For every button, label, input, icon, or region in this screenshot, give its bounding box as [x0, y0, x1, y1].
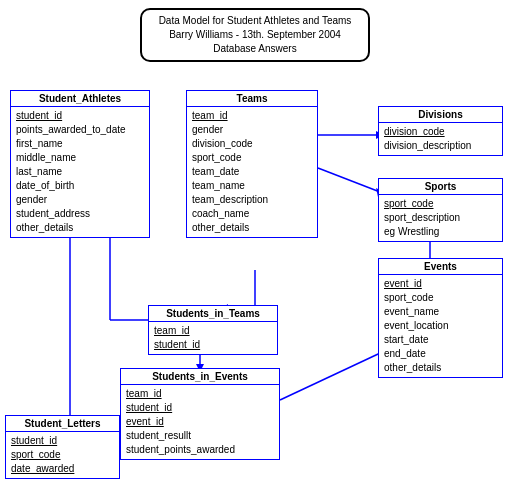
entity-students-in-events: Students_in_Events team_id student_id ev…: [120, 368, 280, 460]
field-e-start-date: start_date: [384, 333, 497, 347]
field-e-end-date: end_date: [384, 347, 497, 361]
entity-sports-body: sport_code sport_description eg Wrestlin…: [379, 195, 502, 241]
field-sit-student-id: student_id: [154, 338, 272, 352]
title-box: Data Model for Student Athletes and Team…: [140, 8, 370, 62]
diagram-container: Data Model for Student Athletes and Team…: [0, 0, 514, 503]
field-e-event-loc: event_location: [384, 319, 497, 333]
entity-events-body: event_id sport_code event_name event_loc…: [379, 275, 502, 377]
field-t-team-name: team_name: [192, 179, 312, 193]
field-t-coach: coach_name: [192, 207, 312, 221]
entity-sit-body: team_id student_id: [149, 322, 277, 354]
field-sa-address: student_address: [16, 207, 144, 221]
entity-events-header: Events: [379, 259, 502, 275]
field-sp-eg: eg Wrestling: [384, 225, 497, 239]
field-t-other: other_details: [192, 221, 312, 235]
field-e-event-id: event_id: [384, 277, 497, 291]
field-sie-team-id: team_id: [126, 387, 274, 401]
field-t-team-desc: team_description: [192, 193, 312, 207]
entity-sie-header: Students_in_Events: [121, 369, 279, 385]
field-sie-points: student_points_awarded: [126, 443, 274, 457]
field-sa-other: other_details: [16, 221, 144, 235]
entity-teams-header: Teams: [187, 91, 317, 107]
field-sa-gender: gender: [16, 193, 144, 207]
field-sie-event-id: event_id: [126, 415, 274, 429]
field-sa-dob: date_of_birth: [16, 179, 144, 193]
field-d-division-desc: division_description: [384, 139, 497, 153]
field-t-sport-code: sport_code: [192, 151, 312, 165]
entity-student-athletes-header: Student_Athletes: [11, 91, 149, 107]
field-sp-sport-desc: sport_description: [384, 211, 497, 225]
entity-sit-header: Students_in_Teams: [149, 306, 277, 322]
field-t-team-date: team_date: [192, 165, 312, 179]
entity-sports: Sports sport_code sport_description eg W…: [378, 178, 503, 242]
field-t-gender: gender: [192, 123, 312, 137]
field-sit-team-id: team_id: [154, 324, 272, 338]
field-sp-sport-code: sport_code: [384, 197, 497, 211]
entity-teams-body: team_id gender division_code sport_code …: [187, 107, 317, 237]
field-e-other: other_details: [384, 361, 497, 375]
field-d-division-code: division_code: [384, 125, 497, 139]
title-line2: Barry Williams - 13th. September 2004: [150, 28, 360, 42]
entity-student-letters: Student_Letters student_id sport_code da…: [5, 415, 120, 479]
field-t-team-id: team_id: [192, 109, 312, 123]
field-sl-student-id: student_id: [11, 434, 114, 448]
field-sa-last-name: last_name: [16, 165, 144, 179]
entity-teams: Teams team_id gender division_code sport…: [186, 90, 318, 238]
field-sie-student-id: student_id: [126, 401, 274, 415]
field-e-sport-code: sport_code: [384, 291, 497, 305]
title-line3: Database Answers: [150, 42, 360, 56]
field-sl-date: date_awarded: [11, 462, 114, 476]
entity-sports-header: Sports: [379, 179, 502, 195]
field-e-event-name: event_name: [384, 305, 497, 319]
field-sa-student-id: student_id: [16, 109, 144, 123]
entity-students-in-teams: Students_in_Teams team_id student_id: [148, 305, 278, 355]
field-sl-sport-code: sport_code: [11, 448, 114, 462]
entity-divisions-body: division_code division_description: [379, 123, 502, 155]
field-t-division-code: division_code: [192, 137, 312, 151]
entity-sl-body: student_id sport_code date_awarded: [6, 432, 119, 478]
field-sa-middle-name: middle_name: [16, 151, 144, 165]
title-line1: Data Model for Student Athletes and Team…: [150, 14, 360, 28]
entity-student-athletes-body: student_id points_awarded_to_date first_…: [11, 107, 149, 237]
entity-student-athletes: Student_Athletes student_id points_award…: [10, 90, 150, 238]
entity-sie-body: team_id student_id event_id student_resu…: [121, 385, 279, 459]
entity-events: Events event_id sport_code event_name ev…: [378, 258, 503, 378]
entity-divisions: Divisions division_code division_descrip…: [378, 106, 503, 156]
field-sa-first-name: first_name: [16, 137, 144, 151]
field-sa-points: points_awarded_to_date: [16, 123, 144, 137]
entity-divisions-header: Divisions: [379, 107, 502, 123]
entity-sl-header: Student_Letters: [6, 416, 119, 432]
field-sie-result: student_resullt: [126, 429, 274, 443]
svg-line-8: [318, 168, 380, 192]
